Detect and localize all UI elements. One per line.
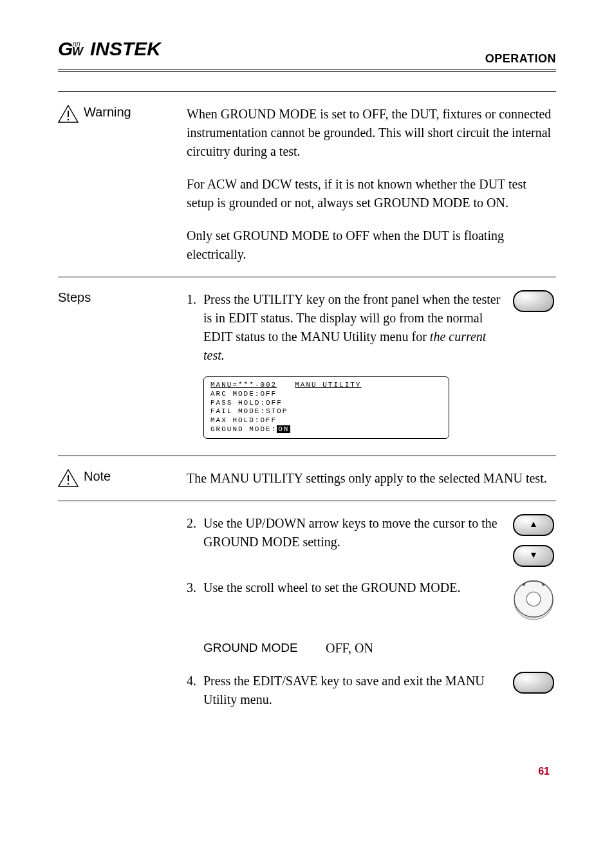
svg-text:INSTEK: INSTEK <box>90 39 162 59</box>
note-icon <box>58 469 79 487</box>
display-line-5: GROUND MODE:ON <box>210 425 442 434</box>
svg-point-9 <box>68 483 70 485</box>
page-number: 61 <box>58 766 556 777</box>
step-number-2: 2. <box>187 514 203 533</box>
svg-text:⎍⎍: ⎍⎍ <box>71 41 80 48</box>
step-text-1: Press the UTILITY key on the front panel… <box>203 290 511 365</box>
step-number-4: 4. <box>187 672 203 690</box>
step-text-4: Press the EDIT/SAVE key to save and exit… <box>203 672 511 709</box>
ground-mode-label: GROUND MODE <box>203 639 326 658</box>
warning-para-1: When GROUND MODE is set to OFF, the DUT,… <box>187 105 556 161</box>
edit-save-button[interactable] <box>513 672 554 694</box>
section-title: OPERATION <box>485 52 556 66</box>
warning-label: Warning <box>84 105 131 120</box>
steps-section: Steps 1. Press the UTILITY key on the fr… <box>58 277 556 456</box>
warning-para-2: For ACW and DCW tests, if it is not know… <box>187 175 556 212</box>
scroll-wheel-icon[interactable] <box>512 578 555 627</box>
ground-mode-values: OFF, ON <box>326 639 373 658</box>
display-line-3: FAIL MODE:STOP <box>210 407 442 416</box>
warning-section: Warning When GROUND MODE is set to OFF, … <box>58 91 556 277</box>
svg-point-12 <box>526 592 541 606</box>
step-text-3: Use the scroll wheel to set the GROUND M… <box>203 578 511 597</box>
page-header: G W ⎍⎍ INSTEK OPERATION <box>58 39 556 72</box>
down-arrow-button[interactable]: ▼ <box>513 545 554 567</box>
steps-label: Steps <box>58 290 91 305</box>
note-section: Note The MANU UTILITY settings only appl… <box>58 456 556 501</box>
brand-logo: G W ⎍⎍ INSTEK <box>58 39 187 66</box>
display-line-4: MAX HOLD:OFF <box>210 416 442 425</box>
note-label: Note <box>84 469 111 484</box>
note-text: The MANU UTILITY settings only apply to … <box>187 469 556 488</box>
step-text-2: Use the UP/DOWN arrow keys to move the c… <box>203 514 511 551</box>
up-arrow-button[interactable]: ▲ <box>513 514 554 536</box>
steps-section-2: 2. Use the UP/DOWN arrow keys to move th… <box>58 501 556 734</box>
display-line-1: ARC MODE:OFF <box>210 390 442 399</box>
display-title-a: MANU=***-002 <box>210 381 277 390</box>
warning-para-3: Only set GROUND MODE to OFF when the DUT… <box>187 226 556 264</box>
display-title-b: MANU UTILITY <box>295 381 361 390</box>
step-number-1: 1. <box>187 290 203 309</box>
svg-point-6 <box>68 119 70 121</box>
lcd-display: MANU=***-002 MANU UTILITY ARC MODE:OFF P… <box>203 376 449 439</box>
display-line-2: PASS HOLD:OFF <box>210 399 442 408</box>
utility-button[interactable] <box>513 290 554 312</box>
svg-text:G: G <box>58 39 73 59</box>
step-number-3: 3. <box>187 578 203 597</box>
warning-icon <box>58 105 79 123</box>
